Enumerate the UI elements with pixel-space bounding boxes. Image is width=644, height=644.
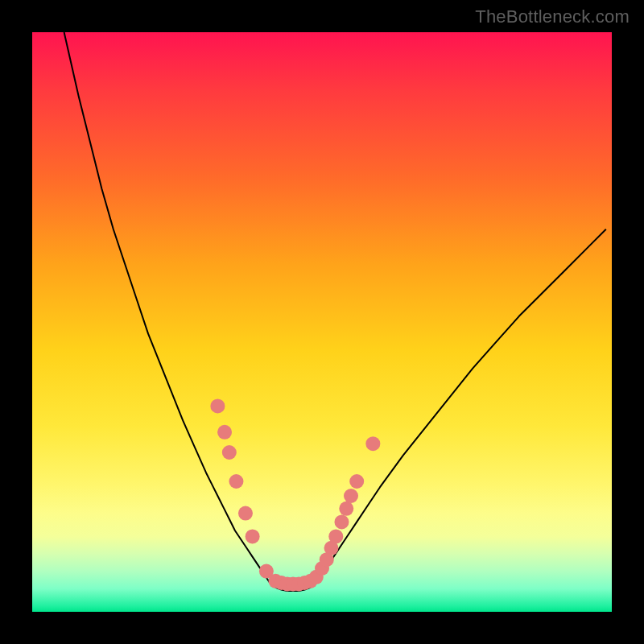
highlight-point xyxy=(210,398,225,413)
highlight-point xyxy=(246,529,260,543)
highlight-point xyxy=(344,489,358,503)
chart-frame: TheBottleneck.com xyxy=(0,0,644,644)
bottleneck-curve xyxy=(64,32,606,591)
highlight-point xyxy=(334,514,349,529)
highlight-point xyxy=(238,506,253,521)
highlight-point xyxy=(222,445,237,460)
chart-overlay xyxy=(32,32,612,612)
highlight-point xyxy=(328,529,343,543)
watermark-text: TheBottleneck.com xyxy=(475,6,630,27)
highlight-point xyxy=(365,436,380,451)
highlight-point xyxy=(339,502,353,516)
highlight-markers xyxy=(210,398,380,591)
highlight-point xyxy=(229,474,243,489)
highlight-point xyxy=(349,474,364,489)
curve-lines xyxy=(64,32,606,591)
highlight-point xyxy=(217,425,232,440)
